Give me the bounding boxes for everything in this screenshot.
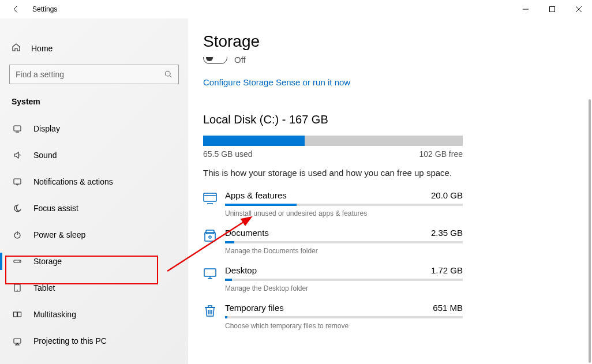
sidebar-item-label: Sound bbox=[33, 151, 57, 160]
sidebar-item-power-sleep[interactable]: Power & sleep bbox=[0, 222, 188, 248]
multitasking-icon bbox=[12, 309, 23, 320]
sound-icon bbox=[12, 149, 23, 161]
svg-point-4 bbox=[165, 71, 170, 76]
search-placeholder: Find a setting bbox=[16, 70, 164, 79]
back-button[interactable] bbox=[10, 0, 22, 18]
storage-sense-toggle-row: Off bbox=[203, 53, 575, 69]
storage-icon bbox=[12, 256, 23, 267]
disk-title: Local Disk (C:) - 167 GB bbox=[203, 113, 575, 126]
svg-point-14 bbox=[17, 290, 18, 291]
sidebar-item-label: Multitasking bbox=[33, 310, 76, 319]
desktop-icon bbox=[203, 267, 217, 280]
svg-rect-6 bbox=[14, 126, 21, 131]
projecting-icon bbox=[12, 335, 23, 347]
sidebar-item-storage[interactable]: Storage bbox=[0, 248, 188, 275]
svg-point-12 bbox=[19, 261, 20, 262]
storage-category-documents[interactable]: Documents2.35 GBManage the Documents fol… bbox=[203, 228, 463, 255]
sidebar-item-tablet[interactable]: Tablet bbox=[0, 275, 188, 301]
svg-rect-18 bbox=[204, 193, 216, 201]
sidebar: Home Find a setting System DisplaySoundN… bbox=[0, 18, 188, 364]
sidebar-item-label: Storage bbox=[33, 257, 62, 266]
svg-rect-16 bbox=[18, 312, 21, 317]
group-header-system: System bbox=[0, 89, 188, 112]
disk-description: This is how your storage is used and how… bbox=[203, 168, 575, 178]
category-bar bbox=[225, 279, 463, 281]
category-size: 1.72 GB bbox=[431, 265, 463, 275]
category-bar bbox=[225, 241, 463, 243]
svg-rect-22 bbox=[206, 230, 214, 234]
svg-rect-1 bbox=[550, 7, 555, 12]
storage-category-apps-features[interactable]: Apps & features20.0 GBUninstall unused o… bbox=[203, 190, 463, 217]
power-icon bbox=[12, 229, 23, 241]
configure-storage-sense-link[interactable]: Configure Storage Sense or run it now bbox=[203, 77, 350, 87]
svg-rect-8 bbox=[14, 179, 21, 184]
category-name: Temporary files bbox=[225, 303, 284, 313]
sidebar-item-notifications-actions[interactable]: Notifications & actions bbox=[0, 168, 188, 195]
svg-line-5 bbox=[170, 76, 171, 77]
window-controls bbox=[512, 0, 592, 18]
category-hint: Manage the Desktop folder bbox=[225, 284, 463, 292]
display-icon bbox=[12, 123, 23, 134]
page-title: Storage bbox=[203, 32, 575, 51]
svg-point-23 bbox=[209, 236, 211, 238]
disk-used-label: 65.5 GB used bbox=[203, 149, 253, 159]
storage-category-temporary-files[interactable]: Temporary files651 MBChoose which tempor… bbox=[203, 303, 463, 330]
sidebar-item-sound[interactable]: Sound bbox=[0, 142, 188, 168]
titlebar: Settings bbox=[0, 0, 592, 18]
category-size: 651 MB bbox=[433, 303, 463, 313]
category-hint: Choose which temporary files to remove bbox=[225, 322, 463, 330]
storage-sense-toggle[interactable] bbox=[203, 57, 227, 64]
storage-sense-state: Off bbox=[234, 55, 246, 65]
sidebar-home[interactable]: Home bbox=[0, 37, 188, 60]
notifications-icon bbox=[12, 176, 23, 187]
sidebar-item-focus-assist[interactable]: Focus assist bbox=[0, 195, 188, 222]
minimize-button[interactable] bbox=[512, 0, 539, 18]
category-bar bbox=[225, 316, 463, 318]
home-label: Home bbox=[31, 44, 53, 53]
disk-usage-bar bbox=[203, 136, 463, 146]
disk-free-label: 102 GB free bbox=[419, 149, 463, 159]
sidebar-item-label: Display bbox=[33, 124, 60, 133]
svg-rect-17 bbox=[14, 339, 21, 343]
sidebar-item-label: Projecting to this PC bbox=[33, 336, 107, 346]
moon-icon bbox=[12, 202, 23, 214]
close-button[interactable] bbox=[565, 0, 592, 18]
search-icon bbox=[164, 70, 173, 78]
tablet-icon bbox=[12, 282, 23, 294]
sidebar-item-display[interactable]: Display bbox=[0, 115, 188, 142]
sidebar-item-projecting-to-this-pc[interactable]: Projecting to this PC bbox=[0, 328, 188, 354]
sidebar-item-label: Focus assist bbox=[33, 204, 78, 213]
content-pane: Storage Off Configure Storage Sense or r… bbox=[188, 18, 592, 364]
svg-rect-15 bbox=[14, 312, 17, 317]
trash-icon bbox=[203, 304, 217, 318]
category-bar bbox=[225, 204, 463, 206]
svg-rect-24 bbox=[204, 269, 216, 276]
home-icon bbox=[12, 43, 21, 54]
scrollbar[interactable] bbox=[589, 99, 591, 363]
storage-category-desktop[interactable]: Desktop1.72 GBManage the Desktop folder bbox=[203, 265, 463, 292]
category-hint: Manage the Documents folder bbox=[225, 247, 463, 255]
sidebar-item-label: Tablet bbox=[33, 283, 55, 292]
category-name: Desktop bbox=[225, 265, 257, 275]
sidebar-item-label: Notifications & actions bbox=[33, 177, 113, 186]
window-title: Settings bbox=[32, 5, 57, 13]
category-hint: Uninstall unused or undesired apps & fea… bbox=[225, 209, 463, 217]
sidebar-item-multitasking[interactable]: Multitasking bbox=[0, 301, 188, 328]
search-input[interactable]: Find a setting bbox=[9, 65, 179, 84]
category-size: 2.35 GB bbox=[431, 228, 463, 238]
apps-icon bbox=[203, 192, 217, 205]
maximize-button[interactable] bbox=[539, 0, 565, 18]
category-name: Apps & features bbox=[225, 190, 287, 200]
category-size: 20.0 GB bbox=[431, 190, 463, 200]
category-name: Documents bbox=[225, 228, 269, 238]
documents-icon bbox=[203, 229, 217, 243]
sidebar-item-label: Power & sleep bbox=[33, 230, 85, 239]
